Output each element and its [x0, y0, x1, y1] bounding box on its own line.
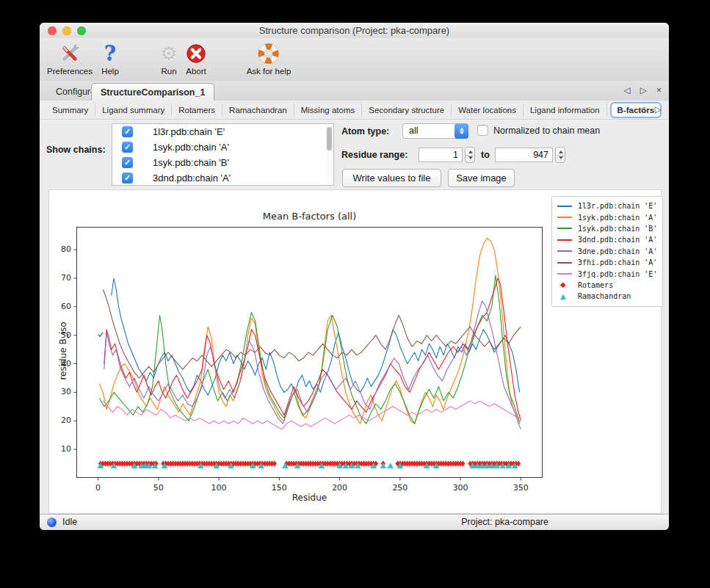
- chart-x-axis-label: Residue: [76, 493, 543, 503]
- residue-to-stepper[interactable]: [555, 147, 565, 163]
- tab-ligand-information[interactable]: Ligand information: [524, 104, 607, 117]
- chain-checkbox[interactable]: ✓: [122, 157, 133, 168]
- help-label: Help: [101, 67, 119, 76]
- ask-for-help-label: Ask for help: [247, 67, 291, 76]
- residue-from-input[interactable]: [419, 148, 463, 162]
- write-values-button[interactable]: Write values to file: [342, 169, 441, 187]
- save-image-button[interactable]: Save image: [448, 169, 515, 187]
- chain-list-item[interactable]: ✓1syk.pdb:chain 'A': [112, 139, 333, 155]
- chain-label: 1l3r.pdb:chain 'E': [153, 126, 225, 137]
- legend-entry: 3dnd.pdb:chain 'A': [557, 234, 657, 245]
- gear-icon: ⚙: [160, 40, 177, 67]
- desktop-background: Structure comparison (Project: pka-compa…: [0, 0, 710, 588]
- legend-label: 1syk.pdb:chain 'A': [578, 214, 657, 222]
- legend-label: 3dnd.pdb:chain 'A': [578, 236, 657, 244]
- y-tick-label: 50: [52, 330, 71, 340]
- tab-ligand-summary[interactable]: Ligand summary: [95, 104, 172, 117]
- run-button[interactable]: ⚙ Run: [160, 40, 177, 76]
- tools-icon: [59, 40, 81, 67]
- legend-label: 1syk.pdb:chain 'B': [578, 225, 657, 233]
- chain-checkbox[interactable]: ✓: [122, 173, 133, 184]
- chain-label: 1syk.pdb:chain 'B': [153, 157, 229, 168]
- sub-tab-nav: ◁ ▷: [639, 104, 662, 115]
- legend-line-swatch: [557, 273, 573, 275]
- chain-checkbox[interactable]: ✓: [122, 126, 133, 137]
- chain-list-item[interactable]: ✓3dnd.pdb:chain 'A': [112, 170, 333, 186]
- chain-label: 1syk.pdb:chain 'A': [153, 142, 229, 153]
- ask-for-help-button[interactable]: Ask for help: [247, 40, 291, 76]
- x-tick-label: 100: [204, 483, 233, 493]
- chain-list-item[interactable]: ✓1syk.pdb:chain 'B': [112, 155, 333, 170]
- legend-entry: ▲Ramachandran: [557, 291, 657, 302]
- legend-label: 3fhi.pdb:chain 'A': [578, 258, 657, 266]
- tab-ramachandran[interactable]: Ramachandran: [222, 104, 294, 117]
- legend-line-swatch: [557, 228, 573, 229]
- y-tick-label: 80: [52, 244, 71, 254]
- legend-entry: 3fjq.pdb:chain 'E': [557, 268, 657, 279]
- show-chains-label: Show chains:: [46, 145, 106, 155]
- legend-line-swatch: [557, 206, 573, 207]
- help-button[interactable]: ? Help: [101, 40, 119, 76]
- scrollbar-thumb[interactable]: [327, 127, 332, 150]
- chain-label: 3dnd.pdb:chain 'A': [153, 173, 231, 184]
- chart-legend: 1l3r.pdb:chain 'E'1syk.pdb:chain 'A'1syk…: [551, 196, 663, 307]
- dropdown-arrows-icon: [454, 123, 468, 139]
- tab-close-icon[interactable]: ×: [656, 85, 662, 95]
- y-tick-label: 30: [52, 387, 71, 396]
- legend-entry: 1syk.pdb:chain 'B': [557, 223, 657, 234]
- app-window: Structure comparison (Project: pka-compa…: [40, 23, 669, 530]
- x-tick-label: 250: [385, 483, 415, 493]
- legend-label: Rotamers: [578, 281, 613, 289]
- residue-range-label: Residue range:: [341, 150, 407, 160]
- tab-rotamers[interactable]: Rotamers: [172, 104, 222, 117]
- y-tick-label: 20: [52, 415, 71, 425]
- subtab-next-icon[interactable]: ▷: [655, 104, 662, 115]
- normalized-label: Normalized to chain mean: [493, 126, 600, 136]
- title-bar[interactable]: Structure comparison (Project: pka-compa…: [40, 23, 669, 38]
- chain-list[interactable]: ✓1l3r.pdb:chain 'E'✓1syk.pdb:chain 'A'✓1…: [112, 123, 334, 186]
- toolbar: Preferences ? Help ⚙ Run Abort: [40, 38, 669, 81]
- tab-water-locations[interactable]: Water locations: [452, 104, 524, 117]
- subtab-prev-icon[interactable]: ◁: [639, 104, 645, 115]
- chain-list-item[interactable]: ✓1l3r.pdb:chain 'E': [112, 124, 333, 139]
- residue-from-stepper[interactable]: [465, 147, 475, 163]
- y-tick-label: 40: [52, 359, 71, 369]
- legend-triangle-icon: ▲: [557, 293, 573, 300]
- legend-diamond-icon: ◆: [557, 281, 573, 288]
- atom-type-dropdown[interactable]: all: [402, 123, 468, 139]
- chart-title: Mean B-factors (all): [76, 211, 543, 222]
- abort-label: Abort: [186, 67, 206, 76]
- x-tick-label: 300: [446, 483, 475, 493]
- legend-entry: 1syk.pdb:chain 'A': [557, 211, 657, 222]
- sub-tab-bar: SummaryLigand summaryRotamersRamachandra…: [40, 101, 669, 120]
- status-bar: Idle Project: pka-compare: [40, 514, 669, 530]
- legend-label: Ramachandran: [578, 292, 631, 300]
- x-tick-label: 150: [264, 483, 294, 493]
- x-tick-label: 0: [84, 483, 113, 493]
- question-mark-icon: ?: [104, 40, 116, 67]
- abort-button[interactable]: Abort: [185, 40, 207, 76]
- tab-prev-icon[interactable]: ◁: [624, 85, 631, 95]
- tab-missing-atoms[interactable]: Missing atoms: [294, 104, 363, 117]
- residue-to-input[interactable]: [495, 148, 553, 162]
- tab-summary[interactable]: Summary: [46, 104, 95, 117]
- bfactor-plot: [76, 227, 543, 478]
- chain-checkbox[interactable]: ✓: [122, 142, 133, 153]
- legend-entry: 1l3r.pdb:chain 'E': [557, 200, 657, 211]
- tab-structure-comparison-1[interactable]: StructureComparison_1: [91, 83, 214, 101]
- tab-next-icon[interactable]: ▷: [640, 85, 647, 95]
- y-tick-label: 10: [52, 444, 71, 454]
- legend-label: 1l3r.pdb:chain 'E': [578, 202, 657, 210]
- bfactor-chart-panel: Mean B-factors (all) residue B_iso Resid…: [48, 189, 662, 514]
- y-tick-label: 70: [52, 273, 71, 283]
- atom-type-value: all: [409, 126, 419, 136]
- normalized-checkbox[interactable]: [477, 125, 488, 136]
- to-label: to: [481, 150, 490, 160]
- controls-panel: Show chains: ✓1l3r.pdb:chain 'E'✓1syk.pd…: [40, 120, 669, 189]
- legend-label: 3dne.pdb:chain 'A': [578, 247, 657, 255]
- legend-line-swatch: [557, 262, 573, 264]
- atom-type-label: Atom type:: [341, 126, 389, 137]
- tab-secondary-structure[interactable]: Secondary structure: [362, 104, 452, 117]
- preferences-button[interactable]: Preferences: [47, 40, 93, 76]
- chain-list-scrollbar[interactable]: [326, 125, 333, 184]
